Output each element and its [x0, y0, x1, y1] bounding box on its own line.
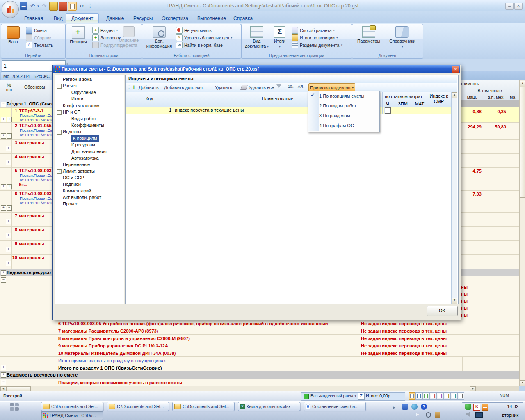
tree-item-indeksy[interactable]: Индексы — [63, 129, 81, 135]
collapse-icon[interactable]: − — [1, 380, 6, 385]
row-num[interactable]: 5 — [0, 168, 17, 173]
menu-item-po-pozicijam[interactable]: 1 По позициям сметы — [319, 91, 377, 101]
expand-icon[interactable]: + — [57, 169, 62, 174]
position-row-name[interactable]: 7 материалы Расширитель С2000-АР8 (8973) — [58, 329, 358, 333]
view-mode-icon-7[interactable] — [450, 392, 457, 400]
undo-icon[interactable]: ↶ — [29, 2, 37, 10]
tree-item-avtozagruzka[interactable]: Автозагрузка — [71, 155, 99, 161]
expand-icon[interactable]: + — [6, 261, 11, 266]
view-mode-icon-2[interactable] — [415, 392, 422, 400]
expand-icon[interactable]: + — [6, 219, 11, 224]
itogi-button[interactable]: Σ Итоги▾ — [271, 26, 288, 49]
row-num[interactable]: 6 — [0, 191, 17, 196]
tree-item-vidy-rabot[interactable]: Виды работ — [71, 116, 96, 122]
dop-informacija-button[interactable]: Доп.информация — [146, 26, 173, 48]
position-row-name[interactable]: 6 ТЕРм10-08-003-05 Устройство оптико-(фо… — [58, 321, 358, 326]
tree-item-koefy[interactable]: Коэф-ты к итогам — [63, 103, 99, 109]
view-mode-icon-6[interactable] — [443, 392, 450, 400]
expand-icon[interactable]: + — [6, 247, 11, 252]
tree-item-limit-zatraty[interactable]: Лимит. затраты — [63, 168, 95, 174]
tree-item-kommentarij[interactable]: Комментарий — [63, 188, 91, 194]
expand-icon[interactable]: + — [6, 160, 11, 165]
razdel-button[interactable]: +Раздел▾ — [92, 27, 118, 34]
tree-item-os-ssr[interactable]: ОС и ССР — [63, 175, 84, 181]
tree-item-k-pozicijam[interactable]: К позициям — [71, 135, 99, 142]
collapse-icon[interactable]: − — [1, 102, 6, 107]
row-num[interactable]: 1 — [0, 108, 17, 113]
delete-icon[interactable]: − — [208, 83, 212, 90]
cell-value[interactable]: 0,35 — [484, 109, 506, 114]
tray-globe-icon[interactable] — [411, 404, 418, 410]
taskbar-button-folder-1[interactable]: C:\Documents and Set... — [41, 402, 103, 411]
expand-icon[interactable]: + — [1, 117, 6, 122]
tray-punto-icon[interactable] — [482, 404, 488, 411]
impossible-positions-row[interactable]: Позиции, которые невозможно учесть в рас… — [58, 380, 358, 385]
row-code[interactable]: ТЕРм10-08-003 — [19, 168, 52, 173]
expand-icon[interactable]: + — [7, 117, 12, 122]
tray-expand-icon[interactable]: ▸ — [393, 404, 395, 410]
taskbar-button-excel[interactable]: XКнига для опытов.xlsx — [238, 402, 300, 411]
collapse-icon[interactable]: − — [57, 130, 62, 135]
podgruppa-button[interactable]: Подгруппа — [92, 41, 121, 48]
close-button[interactable]: ✕ — [514, 3, 523, 10]
scroll-thumb[interactable] — [520, 87, 525, 198]
tree-item-region[interactable]: Регион и зона — [63, 76, 92, 82]
tab-vid[interactable]: Вид — [48, 14, 68, 23]
najti-v-norm-baze-button[interactable]: ooНайти в норм. базе — [176, 41, 223, 48]
pozicija-button[interactable]: + Позиция — [68, 26, 89, 44]
itogi-po-pozicii-button[interactable]: Итоги по позиции▾ — [292, 34, 338, 41]
view-mode-icon-8[interactable] — [457, 392, 464, 400]
expand-icon[interactable]: + — [1, 372, 6, 378]
expand-icon[interactable]: + — [1, 184, 6, 189]
section-total-row[interactable]: Итого по разделу 1 ОПС (СвязьСетиСервис) — [58, 365, 358, 370]
expand-icon[interactable]: + — [7, 184, 12, 189]
tray-clover-icon[interactable] — [465, 404, 471, 410]
position-row-name[interactable]: 9 материалы Прибор управления DC PL1/0.3… — [58, 343, 358, 348]
row-code[interactable]: ТЕРм10-01-055 — [19, 123, 52, 128]
razdely-dokumenta-button[interactable]: Разделы документа▾ — [292, 41, 342, 48]
view-mode-icon-4[interactable] — [429, 392, 436, 400]
tray-magnifier-icon[interactable] — [426, 412, 431, 418]
sbornik-button[interactable]: Сборник — [26, 34, 51, 41]
scroll-down-icon[interactable]: ▼ — [452, 298, 457, 304]
tab-resursy[interactable]: Ресурсы — [128, 14, 158, 23]
tab-glavnaya[interactable]: Главная — [19, 14, 48, 23]
cell-value[interactable]: 0,88 — [460, 109, 482, 114]
expand-icon[interactable]: + — [6, 233, 11, 238]
row-num[interactable]: 8 — [0, 227, 17, 232]
add-button[interactable]: Добавить — [139, 85, 159, 90]
binoculars-icon[interactable]: oo — [78, 2, 86, 10]
taskbar-button-grand-active[interactable]: ГРАНД-Смета - C:\Do... — [41, 411, 103, 420]
row-code[interactable]: материалы — [19, 154, 52, 159]
taskbar-button-folder-2[interactable]: C:\Documents and Set... — [107, 402, 169, 411]
tray-ie-icon[interactable] — [402, 404, 408, 410]
row-code[interactable]: материалы — [19, 241, 52, 246]
vid-dokumenta-button[interactable]: Виддокумента ▾ — [245, 26, 269, 49]
ne-uchityvat-button[interactable]: Не учитывать — [176, 27, 212, 34]
uroven-bazisnyh-cen-button[interactable]: ✎Уровень базисных цен▾ — [176, 34, 232, 41]
collapse-icon[interactable]: − — [57, 110, 62, 115]
row-code[interactable]: материалы — [19, 255, 52, 260]
norm-base-icon[interactable] — [49, 2, 58, 11]
cell-value[interactable]: 7,03 — [460, 192, 482, 196]
expand-icon[interactable]: + — [1, 133, 6, 139]
app-button[interactable] — [2, 1, 19, 18]
row-code[interactable]: материалы — [19, 227, 52, 232]
expand-icon[interactable]: + — [6, 146, 11, 151]
ch-checkbox[interactable] — [385, 107, 391, 114]
tree-item-okruglenie[interactable]: Округление — [71, 89, 96, 96]
filter-icon[interactable] — [276, 84, 281, 88]
tech-chast-button[interactable]: AТех.часть — [26, 41, 53, 48]
zagolovok-button[interactable]: +Заголовок — [92, 34, 121, 41]
clipboard-view-icon[interactable] — [68, 2, 77, 11]
tab-ekspertiza[interactable]: Экспертиза — [157, 14, 194, 23]
parametry-button[interactable]: Параметры — [356, 26, 382, 43]
dialog-close-button[interactable]: ✕ — [452, 66, 459, 73]
sum-icon[interactable]: Σ — [358, 393, 365, 400]
row-code[interactable]: ТЕРр67-3-1 — [19, 108, 52, 113]
row-num[interactable]: 10 — [0, 255, 17, 260]
expand-icon[interactable]: + — [1, 365, 6, 370]
tab-spravka[interactable]: Справка — [228, 14, 258, 23]
sort-alpha-icon[interactable]: АЯ↓ — [298, 84, 305, 89]
row-code[interactable]: ТЕРм10-08-003 — [19, 191, 52, 196]
